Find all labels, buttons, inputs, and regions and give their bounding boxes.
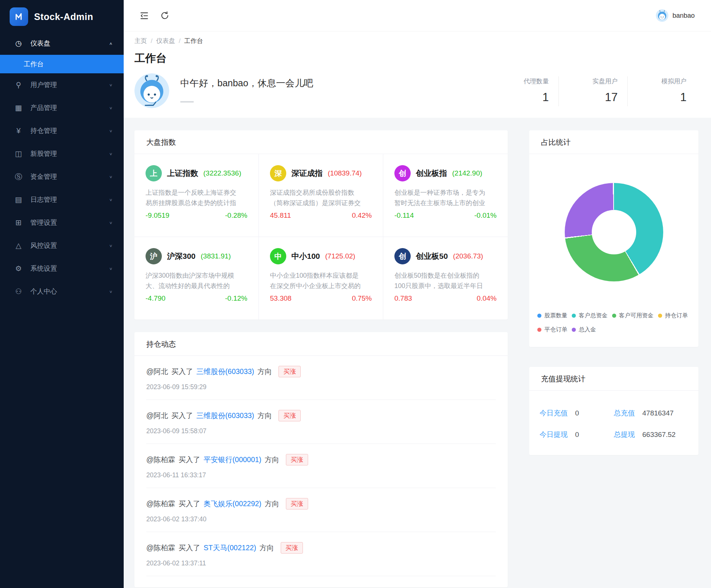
sidebar-item-log-management[interactable]: ▤ 日志管理 ∨ [0,188,124,211]
content-area: 大盘指数 上 上证指数 (3222.3536) 上证指数是一个反映上海证券交易所… [124,118,711,588]
position-user: @陈柏霖 [146,543,175,553]
position-direction-label: 方向 [260,543,274,553]
page-header: 主页/仪表盘/工作台 工作台 [124,31,711,118]
position-action: 买入了 [178,455,200,465]
legend-item-open-orders[interactable]: 持仓订单 [658,312,688,320]
position-direction-label: 方向 [265,499,279,509]
stock-link[interactable]: 平安银行(000001) [204,455,261,465]
app-title: Stock-Admin [34,11,93,22]
chevron-down-icon: ∨ [109,151,113,156]
chevron-down-icon: ∨ [109,243,113,247]
today-recharge-label[interactable]: 今日充值 [540,408,568,418]
gear-icon: ⚙ [13,264,24,273]
sidebar-item-position-management[interactable]: ¥ 持仓管理 ∨ [0,119,124,142]
chevron-down-icon: ∨ [109,106,113,110]
legend-item-closed-orders[interactable]: 平仓订单 [537,326,567,334]
stock-link[interactable]: ST天马(002122) [204,543,256,553]
index-percent: -0.28% [225,211,247,220]
stock-link[interactable]: 奥飞娱乐(002292) [204,499,261,509]
position-action: 买入了 [178,543,200,553]
today-withdraw-label[interactable]: 今日提现 [540,430,568,440]
chevron-up-icon: ∧ [109,41,113,45]
today-withdraw: 今日提现 0 [540,430,614,440]
chevron-down-icon: ∨ [109,128,113,133]
position-user: @阿北 [146,367,168,377]
sidebar-menu: ◷ 仪表盘 ∧ 工作台 ⚲ 用户管理 ∨ ▦ 产品管理 ∨ ¥ 持仓管理 ∨ [0,32,124,303]
position-user: @陈柏霖 [146,455,175,465]
recharge-withdraw-panel: 充值提现统计 今日充值 0 总充值 47816347 今日提现 0 [529,367,698,455]
today-withdraw-value: 0 [575,431,579,439]
index-percent: 0.42% [352,211,372,220]
index-card-szse: 深 深证成指 (10839.74) 深证成指交易所成份股价指数（简称深证成指）是… [259,154,383,237]
sidebar-item-profile-center[interactable]: ⚇ 个人中心 ∨ [0,280,124,303]
legend-item-total-deposit[interactable]: 总入金 [572,326,596,334]
sidebar-item-risk-settings[interactable]: △ 风控设置 ∨ [0,234,124,257]
sidebar-item-admin-settings[interactable]: ⊞ 管理设置 ∨ [0,211,124,234]
refresh-icon [160,11,170,20]
stock-link[interactable]: 三维股份(603033) [196,367,254,377]
position-direction-label: 方向 [257,367,272,377]
donut-chart[interactable] [565,183,663,281]
index-badge-icon: 上 [146,165,162,181]
index-card-csi300: 沪 沪深300 (3831.91) 沪深300指数由沪深市场中规模大、流动性好的… [134,237,259,320]
user-menu[interactable]: banbao [656,9,695,22]
legend-item-total-funds[interactable]: 客户总资金 [572,312,608,320]
breadcrumb-workbench: 工作台 [184,37,203,44]
dashboard-icon: ◷ [13,39,24,48]
position-action: 买入了 [171,411,193,421]
breadcrumb: 主页/仪表盘/工作台 [134,37,696,45]
index-badge-icon: 中 [270,248,286,264]
breadcrumb-home[interactable]: 主页 [134,37,147,44]
page-title: 工作台 [134,51,696,66]
today-recharge: 今日充值 0 [540,408,614,418]
position-action: 买入了 [178,499,200,509]
chevron-down-icon: ∨ [109,220,113,224]
market-indices-panel: 大盘指数 上 上证指数 (3222.3536) 上证指数是一个反映上海证券交易所… [134,130,508,320]
legend-dot [537,314,541,318]
greeting-text: 中午好，banbao，休息一会儿吧 [180,77,313,89]
chart-icon: ▦ [13,103,24,112]
position-direction-label: 方向 [265,455,279,465]
candlestick-icon: ◫ [13,149,24,158]
legend-dot [572,328,576,332]
collapse-sidebar-button[interactable] [139,10,149,21]
sidebar-item-product-management[interactable]: ▦ 产品管理 ∨ [0,96,124,119]
breadcrumb-dashboard[interactable]: 仪表盘 [156,37,175,44]
legend-item-stock-count[interactable]: 股票数量 [537,312,567,320]
total-recharge-value: 47816347 [642,409,674,417]
legend-dot [572,314,576,318]
index-percent: -0.12% [225,294,247,303]
sidebar-item-system-settings[interactable]: ⚙ 系统设置 ∨ [0,257,124,280]
sidebar-item-user-management[interactable]: ⚲ 用户管理 ∨ [0,73,124,96]
chevron-down-icon: ∨ [109,197,113,201]
warning-triangle-icon: △ [13,241,24,250]
refresh-button[interactable] [160,10,170,21]
index-change: 45.811 [270,211,291,220]
buy-rise-badge: 买涨 [278,366,301,377]
index-percent: 0.04% [477,294,497,303]
stat-agent-count: 代理数量 1 [490,76,558,106]
app-logo[interactable]: Stock-Admin [0,0,124,32]
index-change: -4.790 [146,294,166,303]
stock-link[interactable]: 三维股份(603033) [196,411,254,421]
buy-rise-badge: 买涨 [286,498,308,510]
position-time: 2023-06-09 15:59:29 [146,383,496,391]
index-change: 0.783 [394,294,412,303]
topbar: banbao [124,0,711,31]
position-item: @陈柏霖 买入了 平安银行(000001) 方向 买涨 2023-06-11 1… [146,444,496,488]
panel-title-positions: 持仓动态 [134,332,508,356]
sidebar-item-newstock-management[interactable]: ◫ 新股管理 ∨ [0,142,124,165]
app-root: Stock-Admin ◷ 仪表盘 ∧ 工作台 ⚲ 用户管理 ∨ ▦ 产品管理 … [0,0,711,588]
sidebar-item-dashboard[interactable]: ◷ 仪表盘 ∧ [0,32,124,55]
position-user: @陈柏霖 [146,499,175,509]
panel-title-indices: 大盘指数 [134,130,508,154]
sidebar-subitem-workbench[interactable]: 工作台 [0,55,124,73]
sidebar-item-fund-management[interactable]: Ⓢ 资金管理 ∨ [0,165,124,188]
index-change: -0.114 [394,211,414,220]
app-logo-icon [10,7,28,26]
legend-dot [537,328,541,332]
total-recharge-label[interactable]: 总充值 [614,408,635,418]
greeting-section: 中午好，banbao，休息一会儿吧 代理数量 1 实盘用户 17 模拟用户 1 [134,73,696,108]
total-withdraw-label[interactable]: 总提现 [614,430,635,440]
legend-item-available-funds[interactable]: 客户可用资金 [612,312,654,320]
